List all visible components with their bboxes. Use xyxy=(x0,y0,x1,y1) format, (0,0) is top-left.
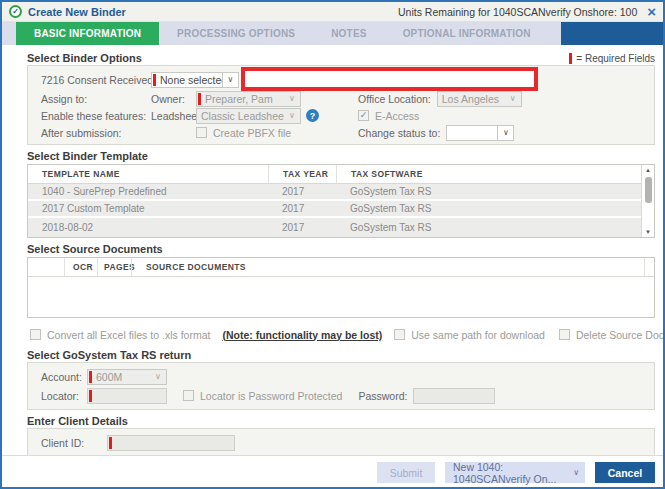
units-remaining-text: Units Remaining for 1040SCANverify Onsho… xyxy=(398,6,637,18)
tab-optional-information[interactable]: OPTIONAL INFORMATION xyxy=(385,22,549,45)
template-table-row[interactable]: 1040 - SurePrep Predefined 2017 GoSystem… xyxy=(28,184,641,201)
eaccess-group: ✓ E-Access xyxy=(358,110,419,122)
assign-to-label: Assign to: xyxy=(41,93,151,105)
chevron-down-icon: ∨ xyxy=(284,95,300,103)
binder-type-select[interactable]: New 1040: 1040SCANverify On... ∨ xyxy=(445,462,585,483)
binder-check-icon: ✓ xyxy=(9,5,22,18)
title-bar: ✓ Create New Binder Units Remaining for … xyxy=(2,2,663,22)
tab-bar: BASIC INFORMATION PROCESSING OPTIONS NOT… xyxy=(2,22,663,45)
client-id-input[interactable] xyxy=(112,436,234,450)
convert-excel-label: Convert all Excel files to .xls format xyxy=(47,329,210,341)
tax-year-cell: 2017 xyxy=(268,203,336,214)
binder-template-table-main: TEMPLATE NAME TAX YEAR TAX SOFTWARE 1040… xyxy=(28,165,641,237)
password-label: Password: xyxy=(358,390,407,402)
password-protected-checkbox[interactable] xyxy=(183,390,194,401)
eaccess-label: E-Access xyxy=(375,110,419,122)
functionality-note: (Note: functionality may be lost) xyxy=(222,329,382,341)
tax-year-cell: 2017 xyxy=(268,186,336,197)
section-title-binder-options: Select Binder Options xyxy=(27,52,142,64)
template-table-scrollbar[interactable]: ▲ ▼ xyxy=(641,165,654,237)
leadsheets-select[interactable]: Classic Leadsheets ∨ xyxy=(196,108,301,124)
account-select[interactable]: 600M ∨ xyxy=(87,369,167,385)
create-pbfx-checkbox[interactable] xyxy=(196,127,207,138)
client-id-label: Client ID: xyxy=(41,437,107,449)
delete-source-docs-checkbox[interactable] xyxy=(559,329,570,340)
submit-button[interactable]: Submit xyxy=(377,462,435,483)
create-pbfx-label: Create PBFX file xyxy=(213,127,291,139)
locator-field[interactable] xyxy=(87,388,167,404)
scroll-up-icon[interactable]: ▲ xyxy=(645,166,651,174)
source-documents-table: OCR PAGES SOURCE DOCUMENTS xyxy=(27,257,655,318)
convert-excel-checkbox[interactable] xyxy=(30,329,41,340)
tax-software-cell: GoSystem Tax RS xyxy=(336,186,641,197)
binder-options-panel: 7216 Consent Received?: None selected ∨ … xyxy=(27,65,655,145)
column-pages: PAGES xyxy=(97,258,131,276)
client-details-header: Enter Client Details xyxy=(27,412,655,427)
template-table-row[interactable]: 2017 Custom Template 2017 GoSystem Tax R… xyxy=(28,201,641,218)
tab-bar-filler xyxy=(561,22,663,45)
enable-features-row: Enable these features: Leadsheets: Class… xyxy=(41,107,654,124)
column-tax-year: TAX YEAR xyxy=(268,165,336,183)
change-status-label: Change status to: xyxy=(358,127,440,139)
required-legend-text: = Required Fields xyxy=(576,53,655,64)
office-location-select[interactable]: Los Angeles ∨ xyxy=(437,91,522,107)
dialog-footer: Submit New 1040: 1040SCANverify On... ∨ … xyxy=(2,455,663,483)
locator-input[interactable] xyxy=(92,389,166,403)
tab-processing-options[interactable]: PROCESSING OPTIONS xyxy=(159,22,313,45)
locator-label: Locator: xyxy=(41,390,87,402)
same-path-checkbox[interactable] xyxy=(394,329,405,340)
eaccess-checkbox[interactable]: ✓ xyxy=(358,110,369,121)
cancel-button[interactable]: Cancel xyxy=(595,462,655,483)
template-name-cell: 2018-08-02 xyxy=(28,222,268,233)
consent-value: None selected xyxy=(156,74,222,86)
leadsheets-value: Classic Leadsheets xyxy=(197,110,284,122)
window-title: Create New Binder xyxy=(28,6,126,18)
required-fields-legend: = Required Fields xyxy=(569,53,655,64)
consent-select[interactable]: None selected ∨ xyxy=(151,72,239,88)
change-status-select[interactable]: ∨ xyxy=(446,125,514,141)
create-new-binder-dialog: ✓ Create New Binder Units Remaining for … xyxy=(0,0,665,489)
change-status-group: Change status to: ∨ xyxy=(358,125,514,141)
office-location-group: Office Location: Los Angeles ∨ xyxy=(358,91,522,107)
scrollbar-thumb[interactable] xyxy=(645,177,652,203)
office-location-label: Office Location: xyxy=(358,93,431,105)
template-table-row[interactable]: 2018-08-02 2017 GoSystem Tax RS xyxy=(28,218,641,237)
tax-software-cell: GoSystem Tax RS xyxy=(336,222,641,233)
source-documents-header: Select Source Documents xyxy=(27,240,655,255)
chevron-down-icon: ∨ xyxy=(497,126,513,140)
chevron-down-icon: ∨ xyxy=(284,112,300,120)
annotation-highlight-box xyxy=(241,67,538,91)
column-blank xyxy=(28,258,64,276)
binder-template-table: TEMPLATE NAME TAX YEAR TAX SOFTWARE 1040… xyxy=(27,164,655,238)
source-documents-table-main: OCR PAGES SOURCE DOCUMENTS xyxy=(28,258,654,317)
locator-row: Locator: Locator is Password Protected P… xyxy=(41,386,654,405)
password-field[interactable] xyxy=(413,388,495,404)
source-documents-empty-body xyxy=(28,277,654,317)
password-input[interactable] xyxy=(414,389,494,403)
dialog-content: Select Binder Options = Required Fields … xyxy=(2,45,663,457)
scroll-down-icon[interactable]: ▼ xyxy=(645,228,651,236)
column-source-documents: SOURCE DOCUMENTS xyxy=(131,258,644,276)
binder-type-value: New 1040: 1040SCANverify On... xyxy=(453,461,573,485)
required-marker-icon xyxy=(569,53,572,64)
template-name-cell: 1040 - SurePrep Predefined xyxy=(28,186,268,197)
tab-notes[interactable]: NOTES xyxy=(313,22,384,45)
tax-software-cell: GoSystem Tax RS xyxy=(336,203,641,214)
binder-template-header: Select Binder Template xyxy=(27,147,655,162)
close-icon[interactable]: × xyxy=(647,4,656,19)
client-id-field[interactable] xyxy=(107,435,235,451)
delete-source-docs-label: Delete Source Documents xyxy=(576,329,665,341)
chevron-down-icon: ∨ xyxy=(222,73,238,87)
client-details-panel: Client ID: xyxy=(27,428,655,457)
password-protected-label: Locator is Password Protected xyxy=(200,390,342,402)
tab-basic-information[interactable]: BASIC INFORMATION xyxy=(16,22,159,45)
section-title-client-details: Enter Client Details xyxy=(27,415,128,427)
help-icon[interactable]: ? xyxy=(306,109,319,122)
consent-label: 7216 Consent Received?: xyxy=(41,74,151,86)
column-ocr: OCR xyxy=(64,258,97,276)
chevron-down-icon: ∨ xyxy=(150,373,166,381)
check-icon: ✓ xyxy=(360,111,368,120)
column-endcap xyxy=(644,258,654,276)
enable-features-label: Enable these features: xyxy=(41,110,151,122)
owner-select[interactable]: Preparer, Pam ∨ xyxy=(196,91,301,107)
